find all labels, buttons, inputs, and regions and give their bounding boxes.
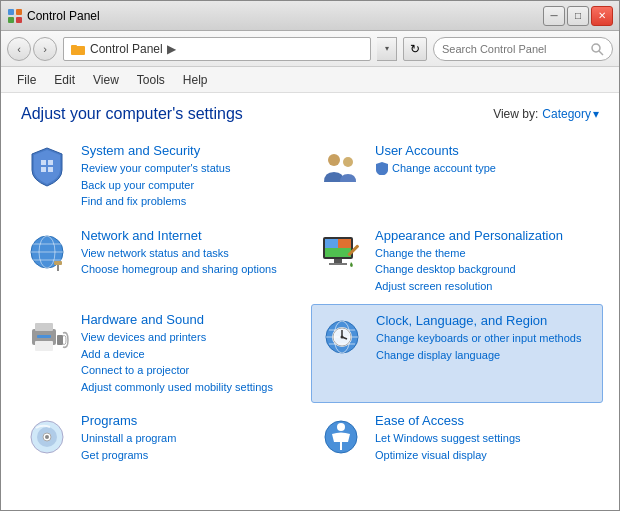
svg-point-6 [592, 44, 600, 52]
viewby-dropdown[interactable]: Category ▾ [542, 107, 599, 121]
system-security-title[interactable]: System and Security [81, 143, 303, 158]
viewby-label: View by: [493, 107, 538, 121]
svg-rect-31 [35, 341, 53, 351]
svg-rect-30 [35, 323, 53, 331]
clock-language-region-text: Clock, Language, and Region Change keybo… [376, 313, 596, 363]
menu-tools[interactable]: Tools [129, 70, 173, 90]
appearance-link-1[interactable]: Change desktop background [375, 261, 597, 278]
folder-icon [70, 41, 86, 57]
svg-rect-33 [57, 335, 63, 345]
system-security-icon [23, 143, 71, 191]
hardware-sound-title[interactable]: Hardware and Sound [81, 312, 303, 327]
user-accounts-text: User Accounts Change account type [375, 143, 597, 177]
ease-of-access-text: Ease of Access Let Windows suggest setti… [375, 413, 597, 463]
svg-rect-32 [37, 335, 51, 338]
appearance-personalization-text: Appearance and Personalization Change th… [375, 228, 597, 295]
network-internet-link-1[interactable]: Choose homegroup and sharing options [81, 261, 303, 278]
ease-of-access-title[interactable]: Ease of Access [375, 413, 597, 428]
minimize-button[interactable]: ─ [543, 6, 565, 26]
svg-rect-26 [334, 259, 342, 263]
close-button[interactable]: ✕ [591, 6, 613, 26]
menu-view[interactable]: View [85, 70, 127, 90]
appearance-personalization-icon [317, 228, 365, 276]
svg-rect-23 [325, 239, 338, 248]
programs-icon [23, 413, 71, 461]
svg-rect-19 [54, 261, 62, 265]
clock-language-region-icon [318, 313, 366, 361]
programs-link-1[interactable]: Get programs [81, 447, 303, 464]
menu-file[interactable]: File [9, 70, 44, 90]
system-security-link-1[interactable]: Back up your computer [81, 177, 303, 194]
programs-link-0[interactable]: Uninstall a program [81, 430, 303, 447]
hardware-sound-text: Hardware and Sound View devices and prin… [81, 312, 303, 395]
back-button[interactable]: ‹ [7, 37, 31, 61]
shield-small-icon [375, 161, 389, 175]
address-dropdown[interactable]: ▾ [377, 37, 397, 61]
network-internet-link-0[interactable]: View network status and tasks [81, 245, 303, 262]
svg-rect-24 [338, 239, 351, 248]
category-system-security[interactable]: System and Security Review your computer… [17, 135, 309, 218]
forward-button[interactable]: › [33, 37, 57, 61]
hardware-link-3[interactable]: Adjust commonly used mobility settings [81, 379, 303, 396]
category-ease-of-access[interactable]: Ease of Access Let Windows suggest setti… [311, 405, 603, 471]
system-security-link-0[interactable]: Review your computer's status [81, 160, 303, 177]
refresh-button[interactable]: ↻ [403, 37, 427, 61]
path-arrow: ▶ [167, 42, 176, 56]
menu-edit[interactable]: Edit [46, 70, 83, 90]
hardware-sound-icon [23, 312, 71, 360]
search-icon [590, 42, 604, 56]
svg-rect-25 [325, 248, 351, 257]
svg-point-43 [341, 336, 344, 339]
menu-bar: File Edit View Tools Help [1, 67, 619, 93]
category-hardware-sound[interactable]: Hardware and Sound View devices and prin… [17, 304, 309, 403]
svg-rect-8 [41, 160, 46, 165]
svg-point-49 [337, 423, 345, 431]
svg-rect-10 [41, 167, 46, 172]
hardware-link-2[interactable]: Connect to a projector [81, 362, 303, 379]
clock-language-region-title[interactable]: Clock, Language, and Region [376, 313, 596, 328]
category-programs[interactable]: Programs Uninstall a program Get program… [17, 405, 309, 471]
svg-rect-3 [16, 17, 22, 23]
address-field[interactable]: Control Panel ▶ [63, 37, 371, 61]
user-accounts-link-0[interactable]: Change account type [392, 160, 496, 177]
search-input[interactable] [442, 43, 586, 55]
menu-help[interactable]: Help [175, 70, 216, 90]
user-accounts-title[interactable]: User Accounts [375, 143, 597, 158]
window-controls: ─ □ ✕ [543, 6, 613, 26]
hardware-link-1[interactable]: Add a device [81, 346, 303, 363]
svg-line-7 [599, 51, 603, 55]
address-path: Control Panel [90, 42, 163, 56]
system-security-text: System and Security Review your computer… [81, 143, 303, 210]
maximize-button[interactable]: □ [567, 6, 589, 26]
clock-link-0[interactable]: Change keyboards or other input methods [376, 330, 596, 347]
category-network-internet[interactable]: Network and Internet View network status… [17, 220, 309, 303]
svg-rect-9 [48, 160, 53, 165]
ease-link-1[interactable]: Optimize visual display [375, 447, 597, 464]
viewby-arrow: ▾ [593, 107, 599, 121]
network-internet-text: Network and Internet View network status… [81, 228, 303, 278]
ease-link-0[interactable]: Let Windows suggest settings [375, 430, 597, 447]
programs-title[interactable]: Programs [81, 413, 303, 428]
svg-rect-1 [16, 9, 22, 15]
address-bar: ‹ › Control Panel ▶ ▾ ↻ [1, 31, 619, 67]
user-accounts-icon [317, 143, 365, 191]
svg-point-13 [343, 157, 353, 167]
page-title: Adjust your computer's settings [21, 105, 243, 123]
content-header: Adjust your computer's settings View by:… [1, 93, 619, 131]
hardware-link-0[interactable]: View devices and printers [81, 329, 303, 346]
viewby-value: Category [542, 107, 591, 121]
appearance-link-2[interactable]: Adjust screen resolution [375, 278, 597, 295]
category-appearance-personalization[interactable]: Appearance and Personalization Change th… [311, 220, 603, 303]
category-user-accounts[interactable]: User Accounts Change account type [311, 135, 603, 218]
svg-rect-11 [48, 167, 53, 172]
svg-rect-2 [8, 17, 14, 23]
appearance-personalization-title[interactable]: Appearance and Personalization [375, 228, 597, 243]
svg-rect-5 [71, 45, 77, 48]
appearance-link-0[interactable]: Change the theme [375, 245, 597, 262]
window-title: Control Panel [27, 9, 100, 23]
system-security-link-2[interactable]: Find and fix problems [81, 193, 303, 210]
clock-link-1[interactable]: Change display language [376, 347, 596, 364]
main-content: Adjust your computer's settings View by:… [1, 93, 619, 510]
network-internet-title[interactable]: Network and Internet [81, 228, 303, 243]
category-clock-language-region[interactable]: Clock, Language, and Region Change keybo… [311, 304, 603, 403]
